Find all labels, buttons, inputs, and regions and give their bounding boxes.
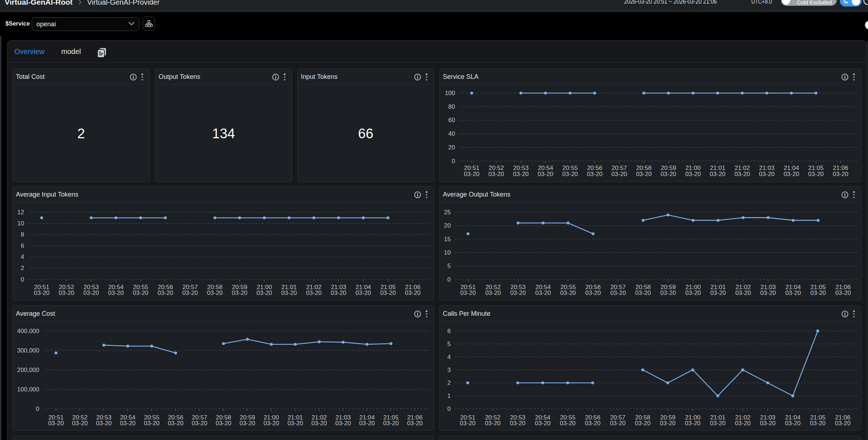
svg-text:03-20: 03-20 [108,289,124,296]
svg-text:03-20: 03-20 [635,289,651,296]
svg-text:03-20: 03-20 [660,420,675,427]
svg-text:03-20: 03-20 [585,289,601,296]
svg-text:03-20: 03-20 [835,289,851,296]
svg-text:6: 6 [448,328,451,335]
svg-text:03-20: 03-20 [407,420,423,427]
svg-text:03-20: 03-20 [535,420,550,427]
svg-text:20: 20 [448,144,455,151]
svg-text:03-20: 03-20 [59,289,74,296]
svg-text:03-20: 03-20 [281,289,297,296]
svg-text:400,000: 400,000 [17,328,39,335]
svg-text:8: 8 [21,231,24,238]
svg-text:03-20: 03-20 [48,420,64,427]
svg-text:03-20: 03-20 [311,420,327,427]
svg-text:12: 12 [17,209,24,216]
svg-text:03-20: 03-20 [192,420,207,427]
svg-text:03-20: 03-20 [485,420,500,427]
svg-text:03-20: 03-20 [760,289,776,296]
svg-text:03-20: 03-20 [207,289,223,296]
svg-text:5: 5 [448,341,451,347]
svg-text:80: 80 [448,103,455,110]
svg-text:03-20: 03-20 [405,289,420,296]
svg-text:03-20: 03-20 [635,420,650,427]
svg-text:03-20: 03-20 [710,171,725,178]
svg-text:0: 0 [448,405,451,412]
svg-text:1: 1 [448,392,451,399]
svg-text:03-20: 03-20 [685,289,701,296]
svg-text:0: 0 [448,276,451,283]
svg-text:03-20: 03-20 [685,420,700,427]
svg-text:03-20: 03-20 [562,171,578,178]
svg-text:03-20: 03-20 [785,289,801,296]
svg-text:40: 40 [448,130,455,137]
svg-text:03-20: 03-20 [331,289,346,296]
svg-text:03-20: 03-20 [144,420,159,427]
svg-text:03-20: 03-20 [510,420,525,427]
svg-text:03-20: 03-20 [710,420,725,427]
svg-text:03-20: 03-20 [96,420,111,427]
svg-text:03-20: 03-20 [560,289,576,296]
svg-text:03-20: 03-20 [685,171,701,178]
svg-text:03-20: 03-20 [83,289,99,296]
svg-text:03-20: 03-20 [263,420,279,427]
svg-text:0: 0 [21,276,24,283]
svg-text:03-20: 03-20 [734,171,750,178]
svg-text:4: 4 [448,354,451,360]
svg-text:03-20: 03-20 [380,289,396,296]
svg-text:03-20: 03-20 [383,420,399,427]
svg-text:03-20: 03-20 [460,289,476,296]
svg-text:10: 10 [444,249,451,256]
svg-text:03-20: 03-20 [785,420,800,427]
svg-text:03-20: 03-20 [636,171,651,178]
svg-text:0: 0 [452,158,455,165]
svg-text:03-20: 03-20 [133,289,148,296]
svg-text:03-20: 03-20 [660,171,676,178]
svg-text:5: 5 [448,262,451,269]
svg-text:03-20: 03-20 [735,289,751,296]
svg-text:03-20: 03-20 [215,420,231,427]
svg-text:03-20: 03-20 [735,420,751,427]
svg-text:03-20: 03-20 [464,171,479,178]
svg-text:03-20: 03-20 [168,420,183,427]
svg-text:03-20: 03-20 [535,289,551,296]
svg-text:03-20: 03-20 [460,420,475,427]
svg-text:03-20: 03-20 [510,289,526,296]
svg-text:03-20: 03-20 [810,289,826,296]
svg-text:300,000: 300,000 [17,347,39,354]
svg-text:03-20: 03-20 [610,289,626,296]
svg-text:0: 0 [36,405,39,412]
svg-text:03-20: 03-20 [710,289,726,296]
svg-text:03-20: 03-20 [760,420,775,427]
svg-text:20: 20 [444,222,451,229]
svg-text:03-20: 03-20 [182,289,198,296]
svg-text:2: 2 [21,265,24,271]
svg-text:03-20: 03-20 [835,420,850,427]
svg-text:03-20: 03-20 [257,289,272,296]
svg-text:03-20: 03-20 [34,289,49,296]
svg-text:03-20: 03-20 [808,171,824,178]
svg-text:03-20: 03-20 [585,420,600,427]
svg-text:03-20: 03-20 [833,171,848,178]
svg-text:03-20: 03-20 [489,171,504,178]
svg-text:6: 6 [21,242,24,249]
svg-text:03-20: 03-20 [335,420,351,427]
svg-text:03-20: 03-20 [288,420,303,427]
svg-text:03-20: 03-20 [611,171,627,178]
svg-text:03-20: 03-20 [356,289,371,296]
svg-text:03-20: 03-20 [359,420,375,427]
svg-text:200,000: 200,000 [17,367,39,373]
svg-text:100,000: 100,000 [17,386,39,393]
svg-text:03-20: 03-20 [759,171,774,178]
svg-text:03-20: 03-20 [784,171,799,178]
svg-text:25: 25 [444,209,451,216]
svg-text:100: 100 [445,90,455,96]
svg-text:60: 60 [448,117,455,124]
svg-text:03-20: 03-20 [610,420,626,427]
svg-text:3: 3 [448,367,451,373]
svg-text:03-20: 03-20 [157,289,173,296]
svg-text:03-20: 03-20 [810,420,825,427]
svg-text:03-20: 03-20 [560,420,575,427]
svg-text:4: 4 [21,253,24,260]
svg-text:03-20: 03-20 [485,289,501,296]
svg-text:03-20: 03-20 [538,171,553,178]
